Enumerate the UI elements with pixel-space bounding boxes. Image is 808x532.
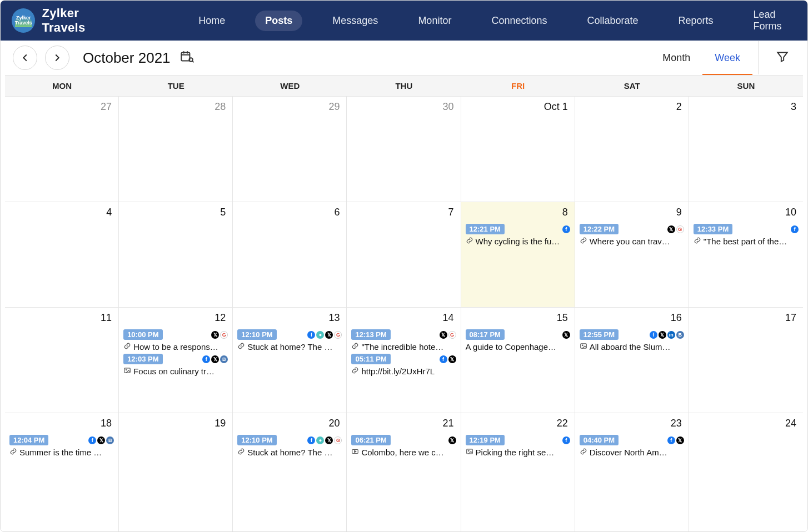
calendar-cell[interactable]: 7 bbox=[347, 202, 461, 307]
post-body: http://bit.ly/2UxHr7L bbox=[351, 367, 456, 376]
post-time-badge: 10:00 PM bbox=[123, 329, 162, 340]
post-time-badge: 12:10 PM bbox=[237, 435, 276, 445]
calendar-cell[interactable]: 1508:17 PM𝕏A guide to Copenhage… bbox=[461, 308, 575, 413]
calendar-cell[interactable]: 1412:13 PM𝕏G"The incredible hote…05:11 P… bbox=[347, 308, 461, 413]
scheduled-post[interactable]: 12:13 PM𝕏G"The incredible hote… bbox=[351, 329, 456, 352]
weekday-fri: FRI bbox=[461, 76, 575, 96]
post-time-badge: 12:22 PM bbox=[580, 224, 619, 234]
post-social-icons: 𝕏G bbox=[667, 225, 684, 233]
calendar-cell[interactable]: 2012:10 PMf●𝕏GStuck at home? The … bbox=[233, 413, 347, 532]
date-number: 22 bbox=[466, 416, 570, 433]
post-body: Stuck at home? The … bbox=[237, 448, 342, 457]
post-social-icons: 𝕏G bbox=[440, 331, 456, 339]
nav-item-lead-forms[interactable]: Lead Forms bbox=[744, 4, 796, 37]
scheduled-post[interactable]: 12:55 PMf𝕏inBAll aboard the Slum… bbox=[580, 329, 684, 352]
calendar-cell[interactable]: 812:21 PMfWhy cycling is the fu… bbox=[461, 202, 575, 307]
fb-icon: f bbox=[562, 436, 570, 444]
x-icon: 𝕏 bbox=[562, 331, 570, 339]
date-number: 9 bbox=[580, 205, 684, 222]
next-button[interactable] bbox=[45, 46, 69, 70]
link-icon bbox=[580, 448, 587, 457]
post-time-badge: 04:40 PM bbox=[580, 435, 619, 445]
scheduled-post[interactable]: 04:40 PMf𝕏Discover North Am… bbox=[580, 435, 684, 457]
nav-item-collaborate[interactable]: Collaborate bbox=[577, 11, 648, 31]
calendar-cell[interactable]: 30 bbox=[347, 97, 461, 202]
nav-item-reports[interactable]: Reports bbox=[669, 11, 724, 31]
post-text: Stuck at home? The … bbox=[247, 342, 332, 352]
nav-item-messages[interactable]: Messages bbox=[322, 11, 388, 31]
calendar-cell[interactable]: 4 bbox=[5, 202, 119, 307]
scheduled-post[interactable]: 12:21 PMfWhy cycling is the fu… bbox=[466, 224, 570, 246]
scheduled-post[interactable]: 05:11 PMf𝕏http://bit.ly/2UxHr7L bbox=[351, 354, 456, 376]
calendar-cell[interactable]: 29 bbox=[233, 97, 347, 202]
post-social-icons: 𝕏G bbox=[211, 331, 228, 339]
link-icon bbox=[580, 237, 587, 246]
calendar-cell[interactable]: 28 bbox=[119, 97, 233, 202]
calendar-cell[interactable]: 2106:21 PM𝕏Colombo, here we c… bbox=[347, 413, 461, 532]
calendar-cell[interactable]: 912:22 PM𝕏GWhere you can trav… bbox=[575, 202, 689, 307]
calendar-cell[interactable]: 24 bbox=[689, 413, 803, 532]
scheduled-post[interactable]: 12:33 PMf"The best part of the… bbox=[694, 224, 799, 246]
fb-icon: f bbox=[202, 355, 210, 363]
date-number: 20 bbox=[237, 416, 342, 433]
nav-item-connections[interactable]: Connections bbox=[481, 11, 557, 31]
calendar-cell[interactable]: 3 bbox=[689, 97, 803, 202]
topbar: Zylker Travels Zylker Travels HomePostsM… bbox=[1, 1, 807, 41]
weekday-wed: WED bbox=[233, 76, 347, 96]
prev-button[interactable] bbox=[13, 46, 37, 70]
date-number: 3 bbox=[694, 100, 799, 116]
nav-item-posts[interactable]: Posts bbox=[255, 11, 302, 31]
calendar-cell[interactable]: 19 bbox=[119, 413, 233, 532]
view-tab-week[interactable]: Week bbox=[702, 43, 752, 73]
link-icon bbox=[351, 342, 359, 352]
scheduled-post[interactable]: 08:17 PM𝕏A guide to Copenhage… bbox=[466, 329, 570, 352]
calendar-cell[interactable]: 1312:10 PMf●𝕏GStuck at home? The … bbox=[233, 308, 347, 413]
calendar-cell[interactable]: 2304:40 PMf𝕏Discover North Am… bbox=[575, 413, 689, 532]
scheduled-post[interactable]: 12:04 PMf𝕏BSummer is the time … bbox=[9, 435, 114, 457]
post-time-badge: 12:10 PM bbox=[237, 329, 276, 340]
calendar-cell[interactable]: 1812:04 PMf𝕏BSummer is the time … bbox=[5, 413, 119, 532]
calendar-cell[interactable]: 1612:55 PMf𝕏inBAll aboard the Slum… bbox=[575, 308, 689, 413]
calendar-search-icon[interactable] bbox=[179, 49, 194, 66]
post-body: Where you can trav… bbox=[580, 237, 684, 246]
calendar-cell[interactable]: 6 bbox=[233, 202, 347, 307]
post-body: Stuck at home? The … bbox=[237, 342, 342, 352]
calendar-cell[interactable]: 17 bbox=[689, 308, 803, 413]
scheduled-post[interactable]: 12:10 PMf●𝕏GStuck at home? The … bbox=[237, 435, 342, 457]
nav-item-home[interactable]: Home bbox=[188, 11, 235, 31]
date-number: 8 bbox=[466, 205, 570, 222]
post-text: "The incredible hote… bbox=[361, 342, 443, 352]
post-text: Picking the right se… bbox=[476, 448, 555, 457]
post-text: "The best part of the… bbox=[704, 237, 787, 246]
scheduled-post[interactable]: 12:10 PMf●𝕏GStuck at home? The … bbox=[237, 329, 342, 352]
date-number: 24 bbox=[694, 416, 799, 433]
scheduled-post[interactable]: 06:21 PM𝕏Colombo, here we c… bbox=[351, 435, 456, 457]
scheduled-post[interactable]: 10:00 PM𝕏GHow to be a respons… bbox=[123, 329, 228, 352]
date-number: 7 bbox=[351, 205, 456, 222]
link-icon bbox=[9, 448, 17, 457]
post-body: Summer is the time … bbox=[9, 448, 114, 457]
b-icon: B bbox=[220, 355, 228, 363]
scheduled-post[interactable]: 12:19 PMfPicking the right se… bbox=[466, 435, 570, 457]
calendar-cell[interactable]: 5 bbox=[119, 202, 233, 307]
calendar-cell[interactable]: 1012:33 PMf"The best part of the… bbox=[689, 202, 803, 307]
calendar-cell[interactable]: 2 bbox=[575, 97, 689, 202]
post-social-icons: f bbox=[562, 225, 570, 233]
calendar-cell[interactable]: Oct 1 bbox=[461, 97, 575, 202]
brand-name: Zylker Travels bbox=[42, 6, 123, 35]
date-number: 12 bbox=[123, 311, 228, 327]
post-text: All aboard the Slum… bbox=[590, 342, 671, 352]
filter-icon[interactable] bbox=[770, 49, 795, 66]
calendar-cell[interactable]: 11 bbox=[5, 308, 119, 413]
scheduled-post[interactable]: 12:22 PM𝕏GWhere you can trav… bbox=[580, 224, 684, 246]
nav-item-monitor[interactable]: Monitor bbox=[408, 11, 461, 31]
view-tab-month[interactable]: Month bbox=[650, 43, 702, 73]
x-icon: 𝕏 bbox=[325, 436, 333, 444]
calendar-cell[interactable]: 2212:19 PMfPicking the right se… bbox=[461, 413, 575, 532]
calendar-cell[interactable]: 27 bbox=[5, 97, 119, 202]
calendar-cell[interactable]: 1210:00 PM𝕏GHow to be a respons…12:03 PM… bbox=[119, 308, 233, 413]
calendar-row: 4567812:21 PMfWhy cycling is the fu…912:… bbox=[5, 202, 803, 308]
g-icon: G bbox=[220, 331, 228, 339]
top-nav: HomePostsMessagesMonitorConnectionsColla… bbox=[188, 4, 796, 37]
scheduled-post[interactable]: 12:03 PMf𝕏BFocus on culinary tr… bbox=[123, 354, 228, 376]
